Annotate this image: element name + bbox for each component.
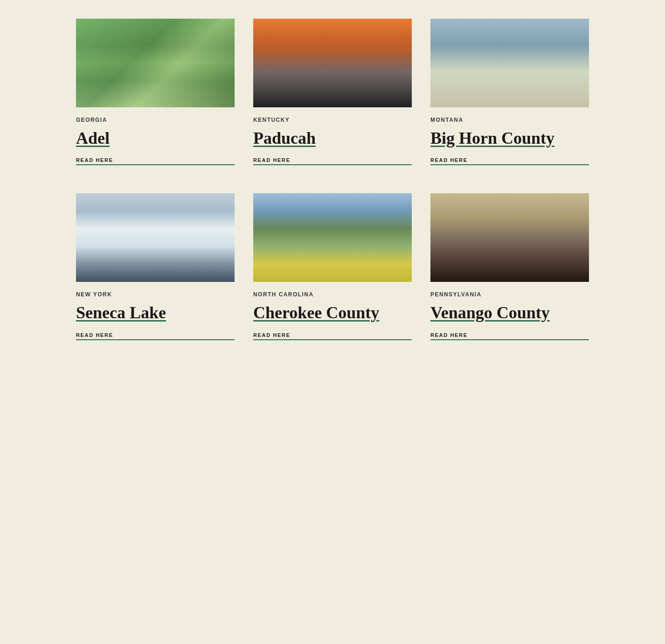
card-pennsylvania-venango: PENNSYLVANIA Venango County READ HERE — [430, 193, 589, 340]
card-state: KENTUCKY — [253, 117, 412, 123]
card-georgia-adel: GEORGIA Adel READ HERE — [76, 19, 235, 165]
card-newyork-senecalake: NEW YORK Seneca Lake READ HERE — [76, 193, 235, 340]
card-state: GEORGIA — [76, 117, 235, 123]
card-state: PENNSYLVANIA — [430, 291, 589, 298]
card-title: Adel — [76, 129, 235, 148]
card-image — [430, 193, 589, 282]
card-kentucky-paducah: KENTUCKY Paducah READ HERE — [253, 19, 412, 165]
card-title: Big Horn County — [430, 129, 589, 148]
card-title: Seneca Lake — [76, 303, 235, 322]
card-image — [76, 19, 235, 107]
card-image — [76, 193, 235, 282]
card-state: NORTH CAROLINA — [253, 291, 412, 298]
card-image — [253, 19, 412, 107]
card-image-link[interactable] — [253, 19, 412, 107]
card-title-link[interactable]: Adel — [76, 129, 110, 147]
card-image-link[interactable] — [253, 193, 412, 282]
card-title-link[interactable]: Seneca Lake — [76, 303, 166, 322]
card-title-link[interactable]: Venango County — [430, 303, 550, 322]
card-image-link[interactable] — [76, 193, 235, 282]
read-here-link[interactable]: READ HERE — [76, 332, 235, 340]
card-title-link[interactable]: Big Horn County — [430, 129, 554, 147]
card-image — [430, 19, 589, 107]
card-title-link[interactable]: Paducah — [253, 129, 316, 147]
card-montana-bighorn: MONTANA Big Horn County READ HERE — [430, 19, 589, 165]
card-state: MONTANA — [430, 117, 589, 123]
card-title: Venango County — [430, 303, 589, 322]
card-image-link[interactable] — [430, 193, 589, 282]
card-image-link[interactable] — [430, 19, 589, 107]
card-image-link[interactable] — [76, 19, 235, 107]
read-here-link[interactable]: READ HERE — [76, 157, 235, 165]
articles-grid: GEORGIA Adel READ HERE KENTUCKY Paducah … — [76, 19, 589, 340]
read-here-link[interactable]: READ HERE — [253, 157, 412, 165]
read-here-link[interactable]: READ HERE — [430, 157, 589, 165]
card-northcarolina-cherokee: NORTH CAROLINA Cherokee County READ HERE — [253, 193, 412, 340]
read-here-link[interactable]: READ HERE — [430, 332, 589, 340]
card-title: Paducah — [253, 129, 412, 148]
card-title-link[interactable]: Cherokee County — [253, 303, 379, 322]
card-title: Cherokee County — [253, 303, 412, 322]
card-image — [253, 193, 412, 282]
read-here-link[interactable]: READ HERE — [253, 332, 412, 340]
card-state: NEW YORK — [76, 291, 235, 298]
